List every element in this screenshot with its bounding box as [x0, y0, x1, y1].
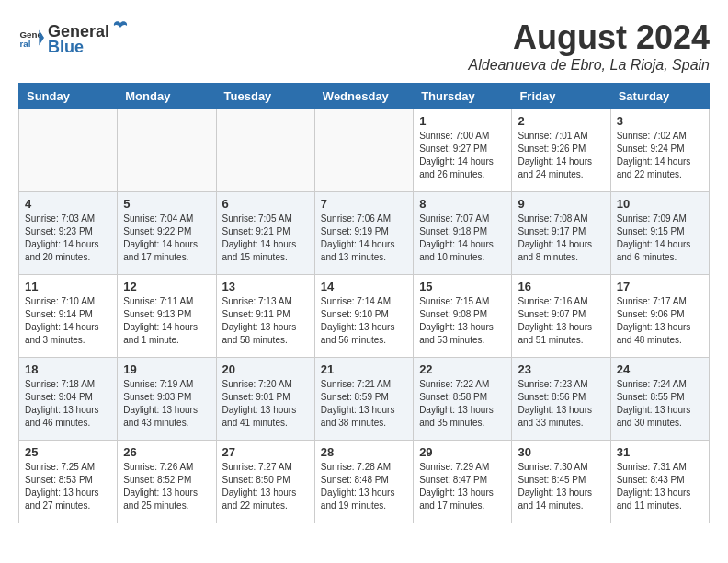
- day-info: Sunrise: 7:00 AM Sunset: 9:27 PM Dayligh…: [419, 130, 506, 181]
- calendar-cell: 9Sunrise: 7:08 AM Sunset: 9:17 PM Daylig…: [512, 192, 610, 275]
- day-info: Sunrise: 7:24 AM Sunset: 8:55 PM Dayligh…: [617, 378, 703, 430]
- calendar-cell: 26Sunrise: 7:26 AM Sunset: 8:52 PM Dayli…: [118, 441, 216, 523]
- day-number: 14: [321, 280, 407, 293]
- calendar-cell: 4Sunrise: 7:03 AM Sunset: 9:23 PM Daylig…: [19, 192, 118, 275]
- day-info: Sunrise: 7:06 AM Sunset: 9:19 PM Dayligh…: [321, 213, 407, 264]
- day-number: 7: [321, 197, 407, 211]
- calendar-cell: 3Sunrise: 7:02 AM Sunset: 9:24 PM Daylig…: [610, 109, 709, 192]
- calendar-cell: 2Sunrise: 7:01 AM Sunset: 9:26 PM Daylig…: [512, 109, 610, 192]
- calendar-cell: 14Sunrise: 7:14 AM Sunset: 9:10 PM Dayli…: [314, 275, 413, 358]
- week-row-1: 1Sunrise: 7:00 AM Sunset: 9:27 PM Daylig…: [19, 109, 710, 192]
- logo-icon: Gene ral: [18, 25, 44, 51]
- calendar-cell: 12Sunrise: 7:11 AM Sunset: 9:13 PM Dayli…: [118, 275, 216, 358]
- day-number: 10: [617, 197, 703, 211]
- day-number: 27: [222, 445, 309, 459]
- day-info: Sunrise: 7:02 AM Sunset: 9:24 PM Dayligh…: [617, 130, 703, 181]
- calendar-cell: 16Sunrise: 7:16 AM Sunset: 9:07 PM Dayli…: [512, 275, 610, 358]
- day-number: 20: [222, 362, 309, 376]
- week-row-2: 4Sunrise: 7:03 AM Sunset: 9:23 PM Daylig…: [19, 192, 710, 275]
- calendar-cell: 5Sunrise: 7:04 AM Sunset: 9:22 PM Daylig…: [118, 192, 216, 275]
- day-number: 19: [123, 362, 210, 376]
- title-area: August 2024 Aldeanueva de Ebro, La Rioja…: [469, 18, 710, 74]
- day-number: 16: [518, 280, 604, 293]
- logo: Gene ral General Blue: [18, 18, 131, 57]
- month-title: August 2024: [469, 18, 710, 57]
- day-number: 11: [25, 280, 111, 293]
- calendar-cell: 21Sunrise: 7:21 AM Sunset: 8:59 PM Dayli…: [314, 358, 413, 441]
- day-info: Sunrise: 7:27 AM Sunset: 8:50 PM Dayligh…: [222, 461, 309, 512]
- calendar-cell: [118, 109, 216, 192]
- calendar-cell: 6Sunrise: 7:05 AM Sunset: 9:21 PM Daylig…: [216, 192, 314, 275]
- day-info: Sunrise: 7:04 AM Sunset: 9:22 PM Dayligh…: [123, 213, 210, 264]
- day-number: 4: [25, 197, 111, 211]
- day-number: 13: [222, 280, 309, 293]
- day-info: Sunrise: 7:15 AM Sunset: 9:08 PM Dayligh…: [419, 295, 506, 347]
- day-info: Sunrise: 7:18 AM Sunset: 9:04 PM Dayligh…: [25, 378, 111, 430]
- weekday-header-thursday: Thursday: [414, 84, 512, 109]
- day-info: Sunrise: 7:20 AM Sunset: 9:01 PM Dayligh…: [222, 378, 309, 430]
- calendar-cell: 15Sunrise: 7:15 AM Sunset: 9:08 PM Dayli…: [414, 275, 512, 358]
- day-number: 6: [222, 197, 309, 211]
- day-info: Sunrise: 7:16 AM Sunset: 9:07 PM Dayligh…: [518, 295, 604, 347]
- day-number: 9: [518, 197, 604, 211]
- day-info: Sunrise: 7:09 AM Sunset: 9:15 PM Dayligh…: [617, 213, 703, 264]
- calendar-cell: 31Sunrise: 7:31 AM Sunset: 8:43 PM Dayli…: [610, 441, 709, 523]
- calendar-cell: [19, 109, 118, 192]
- day-info: Sunrise: 7:21 AM Sunset: 8:59 PM Dayligh…: [321, 378, 407, 430]
- week-row-4: 18Sunrise: 7:18 AM Sunset: 9:04 PM Dayli…: [19, 358, 710, 441]
- weekday-header-row: SundayMondayTuesdayWednesdayThursdayFrid…: [19, 84, 710, 109]
- day-info: Sunrise: 7:25 AM Sunset: 8:53 PM Dayligh…: [25, 461, 111, 512]
- calendar-table: SundayMondayTuesdayWednesdayThursdayFrid…: [18, 83, 710, 523]
- day-info: Sunrise: 7:14 AM Sunset: 9:10 PM Dayligh…: [321, 295, 407, 347]
- calendar-cell: 20Sunrise: 7:20 AM Sunset: 9:01 PM Dayli…: [216, 358, 314, 441]
- day-number: 22: [419, 362, 506, 376]
- weekday-header-monday: Monday: [118, 84, 216, 109]
- calendar-cell: 28Sunrise: 7:28 AM Sunset: 8:48 PM Dayli…: [314, 441, 413, 523]
- weekday-header-tuesday: Tuesday: [216, 84, 314, 109]
- calendar-cell: [216, 109, 314, 192]
- calendar-cell: 1Sunrise: 7:00 AM Sunset: 9:27 PM Daylig…: [414, 109, 512, 192]
- calendar-cell: 29Sunrise: 7:29 AM Sunset: 8:47 PM Dayli…: [414, 441, 512, 523]
- calendar-cell: 18Sunrise: 7:18 AM Sunset: 9:04 PM Dayli…: [19, 358, 118, 441]
- calendar-cell: 11Sunrise: 7:10 AM Sunset: 9:14 PM Dayli…: [19, 275, 118, 358]
- day-number: 31: [617, 445, 703, 459]
- calendar-cell: 27Sunrise: 7:27 AM Sunset: 8:50 PM Dayli…: [216, 441, 314, 523]
- calendar-cell: 22Sunrise: 7:22 AM Sunset: 8:58 PM Dayli…: [414, 358, 512, 441]
- calendar-cell: 19Sunrise: 7:19 AM Sunset: 9:03 PM Dayli…: [118, 358, 216, 441]
- day-info: Sunrise: 7:19 AM Sunset: 9:03 PM Dayligh…: [123, 378, 210, 430]
- day-number: 18: [25, 362, 111, 376]
- calendar-cell: 8Sunrise: 7:07 AM Sunset: 9:18 PM Daylig…: [414, 192, 512, 275]
- day-number: 17: [617, 280, 703, 293]
- location-subtitle: Aldeanueva de Ebro, La Rioja, Spain: [469, 57, 710, 74]
- day-info: Sunrise: 7:11 AM Sunset: 9:13 PM Dayligh…: [123, 295, 210, 347]
- day-number: 3: [617, 114, 703, 128]
- day-info: Sunrise: 7:30 AM Sunset: 8:45 PM Dayligh…: [518, 461, 604, 512]
- weekday-header-saturday: Saturday: [610, 84, 709, 109]
- day-number: 30: [518, 445, 604, 459]
- day-info: Sunrise: 7:13 AM Sunset: 9:11 PM Dayligh…: [222, 295, 309, 347]
- day-info: Sunrise: 7:23 AM Sunset: 8:56 PM Dayligh…: [518, 378, 604, 430]
- calendar-cell: [314, 109, 413, 192]
- day-info: Sunrise: 7:17 AM Sunset: 9:06 PM Dayligh…: [617, 295, 703, 347]
- day-number: 24: [617, 362, 703, 376]
- weekday-header-wednesday: Wednesday: [314, 84, 413, 109]
- day-info: Sunrise: 7:26 AM Sunset: 8:52 PM Dayligh…: [123, 461, 210, 512]
- logo-bird-icon: [111, 18, 130, 37]
- week-row-5: 25Sunrise: 7:25 AM Sunset: 8:53 PM Dayli…: [19, 441, 710, 523]
- day-info: Sunrise: 7:08 AM Sunset: 9:17 PM Dayligh…: [518, 213, 604, 264]
- day-number: 15: [419, 280, 506, 293]
- day-number: 28: [321, 445, 407, 459]
- day-number: 26: [123, 445, 210, 459]
- week-row-3: 11Sunrise: 7:10 AM Sunset: 9:14 PM Dayli…: [19, 275, 710, 358]
- day-info: Sunrise: 7:29 AM Sunset: 8:47 PM Dayligh…: [419, 461, 506, 512]
- day-info: Sunrise: 7:03 AM Sunset: 9:23 PM Dayligh…: [25, 213, 111, 264]
- day-info: Sunrise: 7:31 AM Sunset: 8:43 PM Dayligh…: [617, 461, 703, 512]
- day-number: 1: [419, 114, 506, 128]
- calendar-cell: 10Sunrise: 7:09 AM Sunset: 9:15 PM Dayli…: [610, 192, 709, 275]
- calendar-cell: 13Sunrise: 7:13 AM Sunset: 9:11 PM Dayli…: [216, 275, 314, 358]
- weekday-header-sunday: Sunday: [19, 84, 118, 109]
- day-number: 25: [25, 445, 111, 459]
- calendar-cell: 7Sunrise: 7:06 AM Sunset: 9:19 PM Daylig…: [314, 192, 413, 275]
- day-info: Sunrise: 7:05 AM Sunset: 9:21 PM Dayligh…: [222, 213, 309, 264]
- day-info: Sunrise: 7:10 AM Sunset: 9:14 PM Dayligh…: [25, 295, 111, 347]
